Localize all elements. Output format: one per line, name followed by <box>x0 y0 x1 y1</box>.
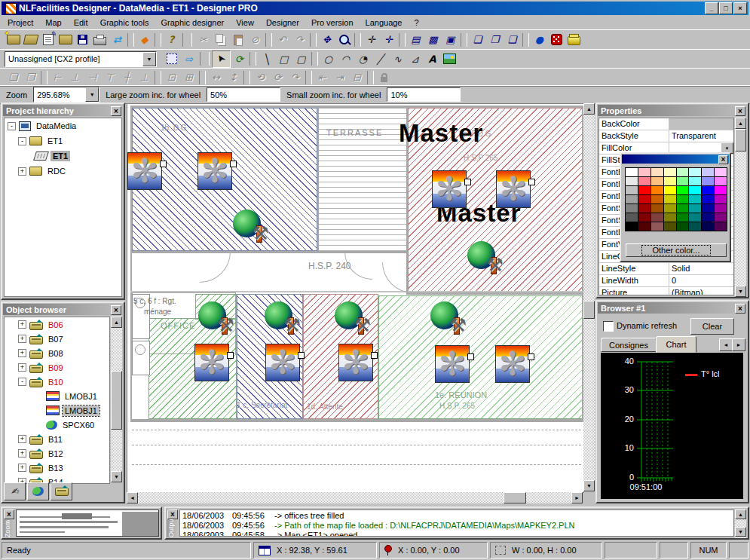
object-browser-item[interactable]: + B07 <box>5 332 109 346</box>
menu-item[interactable]: ? <box>409 17 425 29</box>
color-swatch[interactable] <box>702 168 714 176</box>
select-tool[interactable]: ➤ <box>212 50 231 68</box>
dynamic-refresh-checkbox[interactable] <box>603 321 614 332</box>
zoom-dropdown[interactable]: 295.68% <box>33 87 99 103</box>
object-browser-item[interactable]: LMOBJ1 <box>5 389 109 403</box>
center-vertical-button[interactable]: ⊞ <box>180 69 197 85</box>
color-swatch[interactable] <box>689 177 701 185</box>
fan-coil-object[interactable] <box>197 152 232 190</box>
color-swatch[interactable] <box>702 213 714 222</box>
objects-button[interactable] <box>548 32 565 47</box>
color-swatch[interactable] <box>664 222 676 231</box>
bring-to-front-button[interactable]: ❏ <box>5 69 22 85</box>
map-drawing-area[interactable]: 1b. D.G TERRASSE 1a. P.D.G H.S.P 265 H.S… <box>127 103 584 493</box>
scrollbar-thumb[interactable] <box>504 492 526 503</box>
property-row[interactable]: BackStyle Transparent <box>599 130 733 142</box>
color-swatch[interactable] <box>702 195 714 203</box>
color-swatch[interactable] <box>715 177 727 185</box>
menu-item[interactable]: Language <box>360 17 409 29</box>
tab-chart[interactable]: Chart <box>656 336 696 353</box>
print-button[interactable] <box>91 32 109 47</box>
close-panel-button[interactable] <box>4 510 14 519</box>
scrollbar-thumb[interactable] <box>735 129 746 151</box>
workstation-object[interactable] <box>198 300 233 333</box>
color-swatch[interactable] <box>715 204 727 213</box>
color-swatch[interactable] <box>664 213 676 222</box>
same-width-button[interactable]: ↔ <box>207 69 225 85</box>
property-value[interactable]: Transparent <box>669 130 733 142</box>
close-map-button[interactable] <box>57 32 74 47</box>
menu-item[interactable]: Project <box>2 17 39 29</box>
scrollbar-thumb[interactable] <box>111 371 122 430</box>
panel-title-bar[interactable]: Browser #1 <box>598 302 747 314</box>
window-cascade-button[interactable]: ❑ <box>504 32 521 47</box>
close-panel-button[interactable] <box>111 106 121 116</box>
color-swatch[interactable] <box>638 222 651 231</box>
scroll-up-icon[interactable] <box>111 317 122 328</box>
color-swatch[interactable] <box>638 186 651 194</box>
color-swatch[interactable] <box>689 213 701 222</box>
scroll-left-icon[interactable] <box>127 492 138 503</box>
property-row[interactable]: Picture (Bitmap) <box>599 287 733 295</box>
object-browser-item[interactable]: + B11 <box>5 432 109 446</box>
rect-tool[interactable]: □ <box>275 51 292 67</box>
tree-node-datamedia[interactable]: - DataMedia <box>5 118 121 133</box>
color-swatch[interactable] <box>677 168 689 176</box>
canvas-vscrollbar[interactable] <box>583 103 595 491</box>
color-swatch[interactable] <box>651 195 663 203</box>
object-browser-item[interactable]: - B10 <box>5 375 109 389</box>
space-across-button[interactable]: ⇤ <box>314 69 331 85</box>
color-swatch[interactable] <box>689 186 701 194</box>
scroll-down-icon[interactable] <box>735 286 746 297</box>
grid-dots-button[interactable]: ▩ <box>424 32 442 47</box>
fan-coil-object[interactable] <box>127 152 162 190</box>
scrollbar-thumb[interactable] <box>583 301 595 319</box>
property-row[interactable]: LineStyle Solid <box>599 263 733 275</box>
help-button[interactable]: ? <box>163 32 180 47</box>
color-swatch[interactable] <box>677 195 689 203</box>
undo-button[interactable]: ↶ <box>274 32 291 47</box>
workstation-object[interactable] <box>265 300 299 333</box>
redo-button[interactable]: ↷ <box>291 32 308 47</box>
pie-tool[interactable]: ◔ <box>354 51 372 67</box>
expand-toggle[interactable]: + <box>18 435 26 443</box>
delete-button[interactable]: ⊘ <box>246 32 264 47</box>
send-to-back-button[interactable]: ❐ <box>22 69 39 85</box>
cut-button[interactable]: ✂ <box>194 32 212 47</box>
align-left-button[interactable]: ⊢ <box>49 69 66 85</box>
property-row[interactable]: LineWidth 0 <box>599 275 733 287</box>
new-map-button[interactable] <box>5 32 22 47</box>
color-swatch[interactable] <box>664 168 676 176</box>
rotate-left-button[interactable]: ⟲ <box>252 69 269 85</box>
arc-tool[interactable]: ◠ <box>337 51 354 67</box>
property-value[interactable]: (Bitmap) <box>669 287 733 295</box>
close-panel-button[interactable] <box>167 510 178 519</box>
color-swatch[interactable] <box>626 186 638 194</box>
color-swatch[interactable] <box>638 195 651 203</box>
color-swatch[interactable] <box>677 222 689 231</box>
object-browser-item[interactable]: + B12 <box>5 446 109 461</box>
tab-objects[interactable] <box>27 482 49 500</box>
color-swatch[interactable] <box>715 222 727 231</box>
expand-toggle[interactable]: + <box>18 449 26 457</box>
color-swatch[interactable] <box>689 168 701 176</box>
color-swatch[interactable] <box>638 213 651 222</box>
color-swatch[interactable] <box>664 177 676 185</box>
ellipse-tool[interactable]: ○ <box>320 51 337 67</box>
map-canvas[interactable]: 1b. D.G TERRASSE 1a. P.D.G H.S.P 265 H.S… <box>127 103 595 503</box>
color-swatch[interactable] <box>715 195 727 203</box>
align-bottom-button[interactable]: ⊥ <box>136 69 153 85</box>
diagonal-line-tool[interactable]: ╱ <box>372 51 389 67</box>
tab-tools[interactable]: ✍ <box>4 482 26 500</box>
menu-item[interactable]: Designer <box>260 17 305 29</box>
panel-title-bar[interactable]: Object browser <box>3 304 123 315</box>
object-browser-item[interactable]: SPCX60 <box>5 418 109 432</box>
color-swatch[interactable] <box>715 186 727 194</box>
expand-toggle[interactable]: + <box>18 464 26 472</box>
tab-scroll-left-icon[interactable]: ◄ <box>719 338 733 351</box>
workstation-object[interactable] <box>430 300 465 333</box>
object-browser-item[interactable]: LMOBJ1 <box>5 403 109 418</box>
roundrect-tool[interactable]: ▢ <box>292 51 310 67</box>
tree-node-et1-folder[interactable]: - ET1 <box>5 133 121 148</box>
object-browser-item[interactable]: + B06 <box>5 317 109 332</box>
